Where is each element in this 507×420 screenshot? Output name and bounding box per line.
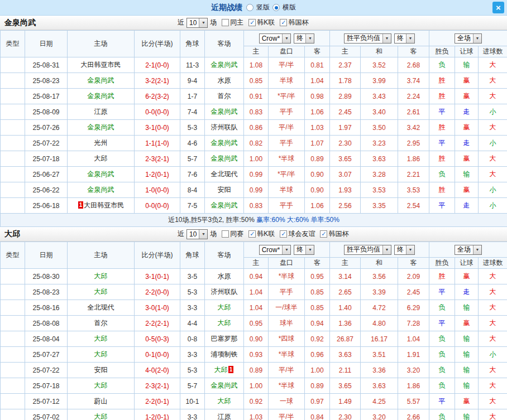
col-header: 比分(半场) <box>135 242 180 269</box>
handicap-away-odds: 1.04 <box>305 73 330 89</box>
home-team: 金泉尚武 <box>68 120 135 136</box>
match-row: 韩K联25-07-18大邱2-3(2-1)5-7金泉尚武1.00*半球0.893… <box>1 378 507 394</box>
red-card-badge: 1 <box>228 366 234 373</box>
league-badge: 韩K联 <box>1 316 25 331</box>
bookmaker-select[interactable]: Crow*▼ <box>259 245 291 255</box>
col-subheader: 让球 <box>455 46 479 57</box>
scope-select[interactable]: 全场▼ <box>455 33 482 44</box>
filter-checkbox-2-checkbox[interactable]: ✓ <box>280 230 287 238</box>
handicap-away-odds: 1.06 <box>305 104 330 120</box>
result: 负 <box>429 409 455 420</box>
handicap-away-odds: 0.96 <box>305 347 330 363</box>
handicap-result: 走 <box>455 198 479 214</box>
layout-radio-horizontal[interactable] <box>272 4 280 11</box>
layout-radio-label: 竖版 <box>256 3 270 12</box>
match-date: 25-08-17 <box>25 89 68 104</box>
score: 0-0(0-0) <box>135 104 180 120</box>
home-team: 金泉尚武 <box>68 182 135 198</box>
scope-select[interactable]: 全场▼ <box>455 245 482 255</box>
corner-score: 1-7 <box>180 89 205 104</box>
bookmaker-select[interactable]: Crow*▼ <box>259 33 291 44</box>
match-count-select[interactable]: 10▼ <box>186 18 208 28</box>
final-europe-select[interactable]: 终▼ <box>394 245 415 255</box>
handicap-line: 一/球半 <box>269 300 305 316</box>
europe-odds-select[interactable]: 胜平负均值▼ <box>344 33 391 44</box>
filter-checkbox-1-checkbox[interactable]: ✓ <box>248 19 256 26</box>
filter-checkbox-3-checkbox[interactable]: ✓ <box>320 230 327 238</box>
match-count-select[interactable]: 10▼ <box>186 229 208 239</box>
draw-odds: 3.53 <box>361 182 398 198</box>
filter-checkbox-2-checkbox[interactable]: ✓ <box>280 19 287 26</box>
away-team: 全北现代 <box>205 167 244 182</box>
filter-checkbox-2: ✓球会友谊 <box>280 229 315 239</box>
handicap-line: 平手 <box>269 284 305 300</box>
away-team: 济州联队 <box>205 284 244 300</box>
team-label: 大邱 <box>94 288 108 296</box>
score: 3-0(1-0) <box>135 300 180 316</box>
handicap-result: 走 <box>455 104 479 120</box>
goals-result: 大 <box>479 120 507 136</box>
match-date: 25-06-27 <box>25 167 68 182</box>
win-odds: 3.65 <box>330 378 361 394</box>
win-odds: 1.93 <box>330 182 361 198</box>
league-badge: 韩K联 <box>1 284 25 300</box>
home-team: 江原 <box>68 104 135 120</box>
away-team: 江原 <box>205 409 244 420</box>
loss-odds: 2.95 <box>398 136 429 151</box>
away-team: 金泉尚武 <box>205 198 244 214</box>
league-badge: 韩K联 <box>1 300 25 316</box>
team-label: 大邱 <box>94 413 108 420</box>
handicap-line: 半球 <box>269 73 305 89</box>
loss-odds: 2.24 <box>398 89 429 104</box>
filter-checkbox-0-checkbox[interactable] <box>222 230 229 238</box>
handicap-away-odds: 0.84 <box>305 409 330 420</box>
match-date: 25-08-08 <box>25 316 68 331</box>
handicap-line: 平/半 <box>269 120 305 136</box>
final-europe-select[interactable]: 终▼ <box>394 33 415 44</box>
match-row: 韩K联25-06-22金泉尚武1-0(0-0)8-4安阳0.99半球0.901.… <box>1 182 507 198</box>
page-title: 近期战绩 <box>211 3 242 13</box>
match-row: 韩K联25-08-23大邱2-2(0-0)5-3济州联队1.04平手0.852.… <box>1 284 507 300</box>
loss-odds: 3.42 <box>398 120 429 136</box>
score: 2-2(0-1) <box>135 394 180 409</box>
filter-checkbox-1-checkbox[interactable]: ✓ <box>248 230 256 238</box>
filter-checkbox-3-label: 韩国杯 <box>328 229 348 239</box>
red-card-badge: 1 <box>78 201 84 209</box>
team-label: 金泉尚武 <box>88 76 114 84</box>
handicap-line: 平手 <box>269 104 305 120</box>
result: 平 <box>429 394 455 409</box>
loss-odds: 3.74 <box>398 73 429 89</box>
draw-odds: 4.72 <box>361 300 398 316</box>
score: 2-3(2-1) <box>135 151 180 167</box>
filter-controls: 近10▼场同赛✓韩K联✓球会友谊✓韩国杯 <box>178 229 348 239</box>
handicap-home-odds: 0.95 <box>244 316 269 331</box>
close-button[interactable]: × <box>492 2 504 13</box>
team-label: 大邱 <box>94 272 108 280</box>
away-team: 金泉尚武 <box>205 151 244 167</box>
goals-result: 大 <box>479 89 507 104</box>
team-label: 大邱 <box>218 303 231 311</box>
team-label: 全北现代 <box>88 303 114 311</box>
handicap-line: *平/半 <box>269 167 305 182</box>
europe-odds-select[interactable]: 胜平负均值▼ <box>344 245 391 255</box>
win-odds: 2.11 <box>330 363 361 378</box>
handicap-home-odds: 0.93 <box>244 347 269 363</box>
filter-checkbox-0-checkbox[interactable] <box>222 19 229 26</box>
home-team: 安阳 <box>68 363 135 378</box>
team-name: 大邱 <box>0 229 20 239</box>
final-handicap-select[interactable]: 终▼ <box>294 33 314 44</box>
home-team: 光州 <box>68 136 135 151</box>
dropdown-value: Crow* <box>260 35 283 42</box>
final-handicap-select[interactable]: 终▼ <box>294 245 314 255</box>
team-label: 巴塞罗那 <box>211 335 238 342</box>
match-date: 25-07-18 <box>25 151 68 167</box>
team-label: 光州 <box>94 139 108 147</box>
win-odds: 3.07 <box>330 167 361 182</box>
score: 1-2(0-1) <box>135 409 180 420</box>
layout-radio-vertical[interactable] <box>246 4 253 11</box>
league-badge: 韩国杯 <box>1 409 25 420</box>
handicap-result: 赢 <box>455 394 479 409</box>
col-subheader: 客 <box>398 46 429 57</box>
handicap-result: 输 <box>455 167 479 182</box>
draw-odds: 4.80 <box>361 316 398 331</box>
